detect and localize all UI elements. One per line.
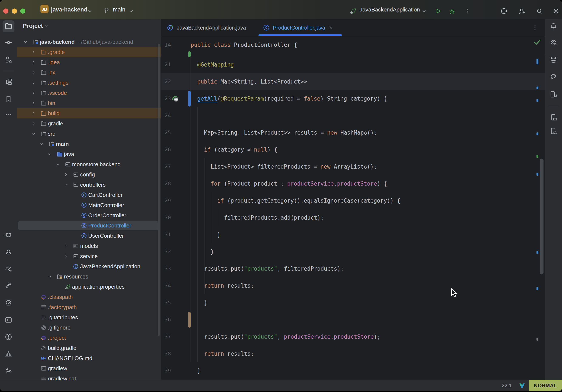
tree-item-config[interactable]: config bbox=[17, 169, 161, 180]
tree-item-gradlew[interactable]: gradlew bbox=[17, 363, 161, 373]
tree-item-.idea[interactable]: .idea bbox=[17, 57, 161, 67]
search-everywhere-icon[interactable] bbox=[536, 7, 543, 15]
chevron-down-icon[interactable] bbox=[129, 8, 134, 14]
structure-tool-button[interactable] bbox=[2, 54, 14, 66]
bookmarks-tool-button[interactable] bbox=[2, 93, 14, 105]
code-line-29[interactable]: 29if (product.getCategory().equalsIgnore… bbox=[161, 192, 545, 209]
run-button[interactable] bbox=[434, 7, 442, 15]
stripe-change-marker[interactable] bbox=[537, 287, 539, 290]
tree-item-CHANGELOG.md[interactable]: MCHANGELOG.md bbox=[17, 353, 161, 363]
settings-gear-icon[interactable] bbox=[552, 7, 560, 15]
chevron-right-icon[interactable] bbox=[31, 121, 36, 126]
chevron-down-icon[interactable] bbox=[39, 142, 44, 146]
chevron-right-icon[interactable] bbox=[64, 172, 68, 177]
chevron-right-icon[interactable] bbox=[31, 60, 36, 65]
incognito-tool-button[interactable] bbox=[2, 246, 14, 258]
tree-item-application.properties[interactable]: application.properties bbox=[17, 282, 161, 292]
chevron-down-icon[interactable] bbox=[87, 8, 93, 14]
more-tool-windows-tool-button[interactable] bbox=[2, 109, 14, 121]
tree-item-.factorypath[interactable]: .factorypath bbox=[17, 302, 161, 312]
code-line-37[interactable]: 37results.put("products", productService… bbox=[161, 328, 545, 345]
tree-item-.nx[interactable]: .nx bbox=[17, 67, 161, 78]
zoom-window-button[interactable] bbox=[20, 9, 25, 14]
stripe-change-marker[interactable] bbox=[537, 86, 539, 89]
code-line-25[interactable]: 25Map<String, List<Product>> results = n… bbox=[161, 124, 545, 141]
problems-tool-button[interactable] bbox=[2, 332, 14, 343]
chevron-right-icon[interactable] bbox=[31, 50, 36, 54]
tree-item-build[interactable]: build bbox=[17, 108, 161, 119]
run-configuration-selector[interactable]: JavaBackendApplication bbox=[360, 0, 420, 19]
code-line-14[interactable]: 14public class ProductController { bbox=[161, 36, 545, 53]
debug-button[interactable] bbox=[448, 7, 456, 15]
chevron-right-icon[interactable] bbox=[31, 80, 36, 85]
chevron-down-icon[interactable] bbox=[47, 274, 52, 279]
services-tool-button[interactable] bbox=[2, 297, 14, 309]
tab-javabackendapplication-java[interactable]: C JavaBackendApplication.java bbox=[161, 19, 251, 36]
database-tool-button[interactable] bbox=[548, 54, 560, 66]
chevron-right-icon[interactable] bbox=[64, 254, 68, 259]
chevron-down-icon[interactable] bbox=[64, 182, 68, 187]
code-line-32[interactable]: 32} bbox=[161, 243, 545, 260]
close-window-button[interactable] bbox=[3, 9, 8, 14]
code-line-24[interactable]: 24 bbox=[161, 107, 545, 124]
chevron-right-icon[interactable] bbox=[64, 244, 68, 248]
code-line-23[interactable]: 23getAll(@RequestParam(required = false)… bbox=[161, 90, 545, 107]
tree-item-CartController[interactable]: CCartController bbox=[17, 190, 161, 200]
code-with-me-add-user-icon[interactable] bbox=[518, 7, 526, 15]
tree-item-bin[interactable]: bin bbox=[17, 98, 161, 108]
code-line-30[interactable]: 30filteredProducts.add(product); bbox=[161, 209, 545, 226]
code-viewport[interactable]: 14public class ProductController {21@Get… bbox=[161, 36, 545, 380]
ideavim-icon[interactable] bbox=[519, 382, 526, 389]
notifications-tool-button[interactable] bbox=[548, 21, 560, 33]
tree-item-monostore.backend[interactable]: monostore.backend bbox=[17, 159, 161, 169]
tree-item-src[interactable]: src bbox=[17, 129, 161, 139]
stripe-change-marker[interactable] bbox=[537, 173, 539, 176]
tree-item-.gradle[interactable]: .gradle bbox=[17, 47, 161, 57]
tab-productcontroller-java[interactable]: C ProductController.java bbox=[257, 19, 339, 36]
caret-position[interactable]: 22:1 bbox=[502, 380, 512, 391]
tree-item-main[interactable]: main bbox=[17, 139, 161, 149]
tree-item-models[interactable]: models bbox=[17, 241, 161, 251]
more-actions-kebab-icon[interactable] bbox=[464, 7, 471, 15]
editor-scrollbar[interactable] bbox=[540, 159, 543, 274]
chevron-right-icon[interactable] bbox=[31, 101, 36, 106]
tree-item-.gitattributes[interactable]: .gitattributes bbox=[17, 312, 161, 322]
project-selector[interactable]: java-backend bbox=[51, 0, 87, 19]
stripe-change-marker[interactable] bbox=[537, 59, 539, 64]
code-line-31[interactable]: 31} bbox=[161, 226, 545, 243]
chevron-down-icon[interactable] bbox=[44, 24, 49, 28]
code-line-35[interactable]: 35} bbox=[161, 294, 545, 311]
editor-options-kebab-icon[interactable] bbox=[531, 24, 539, 31]
tree-item-controllers[interactable]: controllers bbox=[17, 180, 161, 190]
commit-tool-button[interactable] bbox=[2, 37, 14, 49]
ai-assistant-tool-button[interactable] bbox=[548, 37, 560, 49]
running-devices-tool-button[interactable] bbox=[548, 89, 560, 101]
stripe-change-marker[interactable] bbox=[537, 155, 539, 158]
stripe-change-marker[interactable] bbox=[537, 338, 539, 341]
code-line-36[interactable]: 36 bbox=[161, 311, 545, 328]
chevron-down-icon[interactable] bbox=[421, 8, 427, 14]
close-tab-icon[interactable] bbox=[328, 25, 334, 30]
code-line-28[interactable]: 28for (Product product : productService.… bbox=[161, 175, 545, 192]
tree-item-.gitignore[interactable]: .gitignore bbox=[17, 322, 161, 333]
code-line-21[interactable]: 21@GetMapping bbox=[161, 56, 545, 73]
tree-item-java-backend[interactable]: java-backend~/Github/java-backend bbox=[17, 37, 161, 47]
profiler-tool-button[interactable] bbox=[2, 263, 14, 275]
device-manager-tool-button[interactable] bbox=[548, 112, 560, 124]
tree-item-service[interactable]: service bbox=[17, 251, 161, 261]
code-line-34[interactable]: 34return results; bbox=[161, 277, 545, 294]
project-tree-scrollbar[interactable] bbox=[158, 44, 160, 336]
tree-item-gradle[interactable]: gradle bbox=[17, 119, 161, 129]
stripe-change-marker[interactable] bbox=[537, 251, 539, 254]
ai-cat-tool-button[interactable] bbox=[2, 230, 14, 241]
chevron-down-icon[interactable] bbox=[47, 152, 52, 156]
minimize-window-button[interactable] bbox=[12, 9, 17, 14]
tree-item-JavaBackendApplication[interactable]: CJavaBackendApplication bbox=[17, 261, 161, 272]
chevron-right-icon[interactable] bbox=[31, 111, 36, 116]
tree-item-resources[interactable]: resources bbox=[17, 272, 161, 282]
version-control-tool-button[interactable] bbox=[2, 365, 14, 377]
tree-item-ProductController[interactable]: CProductController bbox=[17, 220, 161, 231]
code-line-33[interactable]: 33results.put("products", filteredProduc… bbox=[161, 260, 545, 277]
tree-item-.classpath[interactable]: .classpath bbox=[17, 292, 161, 302]
tree-item-gradlew.bat[interactable]: gradlew.bat bbox=[17, 373, 161, 380]
